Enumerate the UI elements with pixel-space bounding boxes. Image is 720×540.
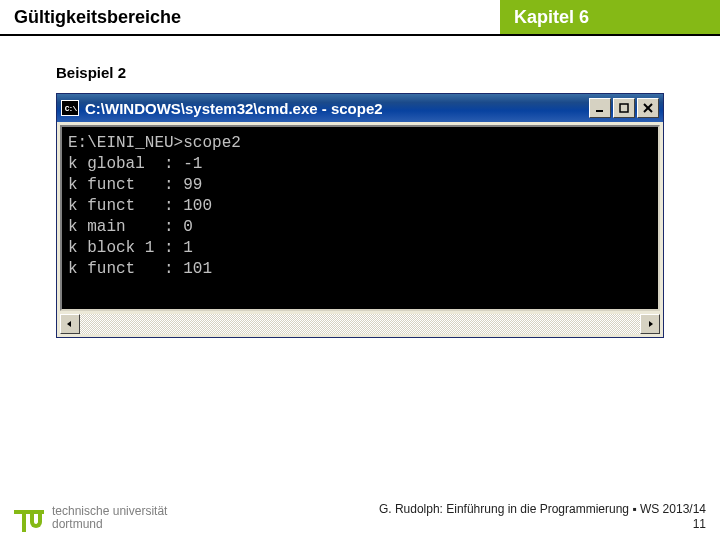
console-body: E:\EINI_NEU>scope2 k global : -1 k funct… (60, 125, 660, 311)
example-label: Beispiel 2 (56, 64, 664, 81)
uni-line2: dortmund (52, 518, 167, 531)
slide-footer: technische universität dortmund G. Rudol… (0, 502, 720, 532)
header-topic: Gültigkeitsbereiche (0, 0, 500, 34)
console-output: E:\EINI_NEU>scope2 k global : -1 k funct… (68, 133, 652, 280)
horizontal-scrollbar[interactable] (60, 314, 660, 334)
minimize-button[interactable] (589, 98, 611, 118)
close-button[interactable] (637, 98, 659, 118)
tu-mark-icon (14, 504, 44, 532)
scroll-left-button[interactable] (60, 314, 80, 334)
header-chapter: Kapitel 6 (500, 0, 720, 34)
university-name: technische universität dortmund (52, 505, 167, 531)
slide-content: Beispiel 2 C:\ C:\WINDOWS\system32\cmd.e… (0, 36, 720, 348)
scroll-right-button[interactable] (640, 314, 660, 334)
university-logo: technische universität dortmund (14, 504, 167, 532)
svg-marker-4 (67, 321, 71, 327)
window-titlebar: C:\ C:\WINDOWS\system32\cmd.exe - scope2 (57, 94, 663, 122)
window-title: C:\WINDOWS\system32\cmd.exe - scope2 (85, 100, 583, 117)
window-buttons (589, 98, 659, 118)
maximize-button[interactable] (613, 98, 635, 118)
scroll-track[interactable] (80, 314, 640, 334)
slide-header: Gültigkeitsbereiche Kapitel 6 (0, 0, 720, 36)
svg-rect-1 (620, 104, 628, 112)
svg-rect-0 (596, 110, 603, 112)
svg-marker-5 (649, 321, 653, 327)
cmd-icon: C:\ (61, 100, 79, 116)
footer-credit: G. Rudolph: Einführung in die Programmie… (379, 502, 706, 517)
page-number: 11 (379, 517, 706, 532)
footer-credit-block: G. Rudolph: Einführung in die Programmie… (379, 502, 706, 532)
console-window: C:\ C:\WINDOWS\system32\cmd.exe - scope2… (56, 93, 664, 338)
